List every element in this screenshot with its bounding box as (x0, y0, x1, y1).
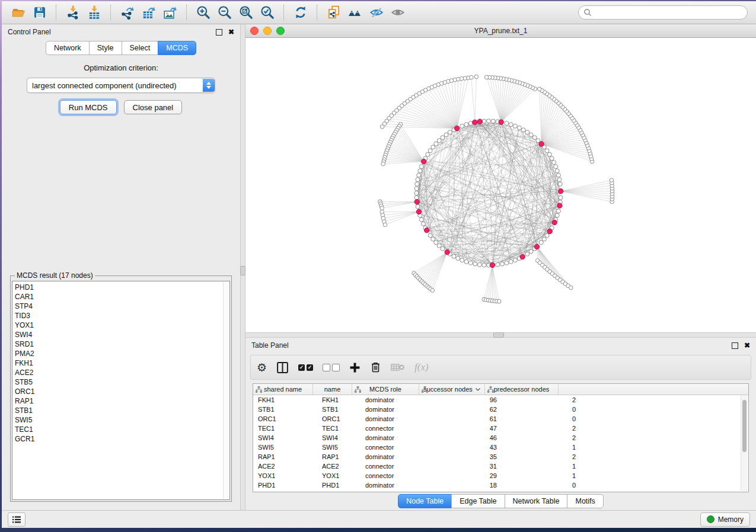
dominator-node-TEC1[interactable] (421, 159, 426, 164)
ring-node[interactable] (444, 133, 448, 137)
ring-node[interactable] (542, 237, 546, 241)
ring-node[interactable] (529, 249, 533, 254)
vertical-splitter[interactable] (240, 24, 245, 510)
ring-node[interactable] (550, 156, 554, 161)
ring-node[interactable] (505, 121, 509, 126)
satellite-node[interactable] (380, 206, 384, 210)
mcds-result-item[interactable]: SWI5 (15, 415, 229, 425)
dominator-node-GCR1[interactable] (425, 227, 429, 232)
ring-node[interactable] (419, 165, 423, 169)
satellite-node[interactable] (381, 162, 385, 166)
ring-node[interactable] (416, 178, 420, 182)
network-graph[interactable] (245, 38, 756, 332)
ring-node[interactable] (517, 126, 521, 130)
tab-style[interactable]: Style (89, 41, 122, 55)
tab-mcds[interactable]: MCDS (158, 41, 196, 55)
mcds-list-scrollbar[interactable] (223, 282, 229, 499)
ring-node[interactable] (558, 182, 562, 186)
ring-node[interactable] (437, 243, 441, 248)
column-header-shared-name[interactable]: shared name (253, 384, 313, 395)
ring-node[interactable] (419, 217, 423, 222)
ring-node[interactable] (460, 124, 464, 128)
ring-node[interactable] (547, 152, 551, 156)
dominator-node-STB1[interactable] (454, 126, 459, 130)
ring-node[interactable] (555, 213, 559, 217)
dominator-node-FKH1[interactable] (539, 142, 544, 146)
ring-node[interactable] (452, 254, 456, 258)
table-panel-float-icon[interactable] (732, 342, 738, 349)
import-network-icon[interactable] (62, 4, 84, 21)
zoom-selected-icon[interactable] (257, 4, 278, 21)
settings-gear-icon[interactable]: ⚙ (257, 360, 267, 375)
ring-node[interactable] (500, 262, 504, 266)
ring-node[interactable] (473, 262, 477, 266)
ring-node[interactable] (513, 124, 517, 128)
ring-node[interactable] (414, 187, 419, 191)
ring-node[interactable] (509, 123, 513, 127)
ring-node[interactable] (431, 237, 435, 241)
dominator-node-TID3[interactable] (557, 203, 562, 208)
zoom-fit-icon[interactable] (235, 4, 257, 21)
ring-node[interactable] (556, 173, 560, 177)
select-all-rows-icon[interactable]: ✓✓ (298, 360, 313, 375)
ring-node[interactable] (529, 133, 533, 137)
control-panel-close-icon[interactable]: ✖ (228, 28, 234, 36)
dominator-node-CAR1[interactable] (473, 120, 477, 124)
dominator-node-ACE2[interactable] (490, 262, 495, 267)
splitter-grip[interactable] (493, 332, 504, 338)
table-row[interactable]: SWI5SWI5connector431 (253, 443, 748, 452)
mcds-result-item[interactable]: SRD1 (15, 339, 229, 349)
ring-node[interactable] (545, 149, 549, 153)
ring-node[interactable] (414, 196, 419, 200)
delete-column-icon[interactable] (370, 360, 381, 375)
satellite-node[interactable] (383, 223, 387, 227)
ring-node[interactable] (482, 263, 486, 267)
import-table-icon[interactable] (84, 4, 105, 21)
dominator-node-PMA2[interactable] (547, 229, 552, 233)
mcds-result-item[interactable]: RAP1 (15, 396, 229, 406)
ring-node[interactable] (468, 261, 473, 265)
ring-node[interactable] (417, 173, 421, 177)
show-all-icon[interactable] (387, 4, 409, 21)
table-scrollbar[interactable] (741, 395, 748, 491)
tab-network-table[interactable]: Network Table (505, 494, 568, 508)
first-neighbors-icon[interactable] (344, 4, 366, 21)
table-row[interactable]: FKH1FKH1dominator962 (253, 395, 748, 405)
table-row[interactable]: ORC1ORC1dominator610 (253, 414, 748, 424)
ring-node[interactable] (545, 233, 549, 238)
table-row[interactable]: PHD1PHD1dominator180 (253, 480, 748, 490)
ring-node[interactable] (487, 119, 491, 123)
satellite-node[interactable] (470, 75, 474, 79)
table-row[interactable]: RAP1RAP1dominator352 (253, 452, 748, 462)
ring-node[interactable] (421, 222, 425, 226)
save-session-icon[interactable] (29, 4, 50, 21)
ring-node[interactable] (505, 261, 509, 265)
zoom-in-icon[interactable] (193, 4, 214, 21)
mcds-result-item[interactable]: ORC1 (15, 387, 229, 396)
dominator-node-ORC1[interactable] (499, 120, 503, 124)
ring-node[interactable] (559, 196, 563, 200)
tab-motifs[interactable]: Motifs (567, 494, 603, 508)
ring-node[interactable] (555, 169, 559, 173)
tab-node-table[interactable]: Node Table (398, 494, 452, 508)
ring-node[interactable] (434, 241, 438, 245)
tab-network[interactable]: Network (46, 41, 90, 55)
dominator-node-STB5[interactable] (520, 254, 525, 259)
network-canvas[interactable] (245, 38, 756, 332)
ring-node[interactable] (491, 119, 495, 123)
satellite-node[interactable] (380, 125, 384, 129)
export-image-icon[interactable] (160, 4, 181, 21)
ring-node[interactable] (456, 257, 460, 261)
ring-node[interactable] (441, 136, 445, 140)
ring-node[interactable] (532, 136, 537, 140)
dominator-node-YOX1[interactable] (416, 209, 421, 214)
horizontal-splitter[interactable] (245, 332, 756, 338)
ring-node[interactable] (416, 204, 420, 209)
ring-node[interactable] (464, 259, 468, 264)
open-file-icon[interactable] (8, 4, 29, 21)
mcds-result-item[interactable]: CAR1 (15, 292, 229, 302)
ring-node[interactable] (552, 161, 556, 165)
ring-node[interactable] (525, 130, 529, 134)
criterion-select[interactable]: largest connected component (undirected) (27, 78, 215, 93)
column-visibility-icon[interactable] (276, 360, 289, 375)
